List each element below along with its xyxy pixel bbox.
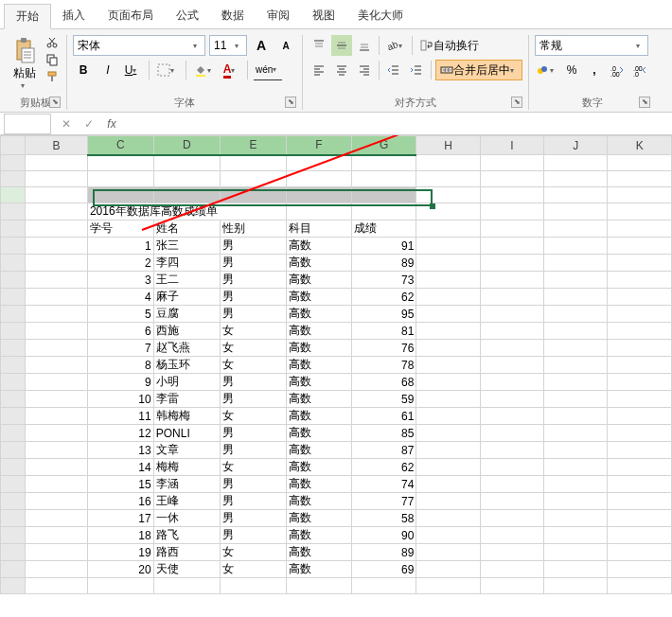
cell[interactable]: 高数 [287,408,352,425]
align-top-button[interactable] [309,35,329,56]
cell[interactable]: 西施 [153,323,220,340]
cancel-formula-button[interactable]: ✕ [55,114,78,134]
cell[interactable]: 62 [351,459,416,476]
cell[interactable]: 89 [351,544,416,561]
align-middle-button[interactable] [331,35,352,56]
currency-button[interactable]: ▾ [535,60,559,80]
cell[interactable]: 高数 [287,459,352,476]
row-header[interactable] [1,442,26,459]
decrease-indent-button[interactable] [383,60,404,80]
cell[interactable]: 赵飞燕 [153,340,220,357]
fx-button[interactable]: fx [100,114,123,134]
row-header[interactable] [1,238,26,255]
cell[interactable]: 李四 [153,255,220,272]
cell[interactable]: 天使 [153,561,220,578]
cell[interactable]: 73 [351,272,416,289]
cell[interactable]: 1 [87,238,153,255]
col-header[interactable]: D [153,136,220,155]
col-header[interactable]: C [87,136,153,155]
cell[interactable]: 女 [221,544,287,561]
grow-font-button[interactable]: A [251,35,272,56]
cell[interactable]: 11 [87,408,153,425]
cell[interactable]: 高数 [287,306,352,323]
phonetic-button[interactable]: wén▾ [254,60,282,80]
cell[interactable]: 女 [221,323,287,340]
cell[interactable]: 高数 [287,238,352,255]
row-header[interactable] [1,527,26,544]
cell[interactable]: 高数 [287,527,352,544]
increase-decimal-button[interactable]: .0.00 [607,60,628,80]
cell[interactable]: 高数 [287,425,352,442]
orientation-button[interactable]: ab▾ [383,35,408,56]
row-header[interactable] [1,391,26,408]
col-header[interactable]: E [221,136,287,155]
cell[interactable]: 77 [351,493,416,510]
select-all-corner[interactable] [1,136,26,155]
cell[interactable]: 男 [221,442,287,459]
cell[interactable]: 高数 [287,544,352,561]
cell[interactable]: 男 [221,238,287,255]
cell[interactable]: 2 [87,255,153,272]
row-header[interactable] [1,425,26,442]
row-header[interactable] [1,187,26,203]
cell[interactable]: 14 [87,459,153,476]
cell[interactable]: 韩梅梅 [153,408,220,425]
cell[interactable]: 69 [351,561,416,578]
row-header[interactable] [1,155,26,171]
row-header[interactable] [1,220,26,238]
number-launcher[interactable]: ⬊ [639,97,650,108]
cell[interactable]: 91 [351,238,416,255]
cell[interactable]: 90 [351,527,416,544]
spreadsheet-grid[interactable]: B C D E F G H I J K 2016年数据库高数成绩单 学号姓名性别… [0,135,672,594]
cell[interactable]: 男 [221,391,287,408]
cell[interactable]: 78 [351,357,416,374]
font-size-select[interactable]: 11▾ [209,35,247,56]
cell[interactable]: 男 [221,527,287,544]
cell[interactable]: 高数 [287,374,352,391]
cell[interactable]: 麻子 [153,289,220,306]
cell[interactable]: 10 [87,391,153,408]
row-header[interactable] [1,476,26,493]
row-header[interactable] [1,561,26,578]
tab-review[interactable]: 审阅 [256,4,301,28]
cell[interactable]: 5 [87,306,153,323]
row-header[interactable] [1,374,26,391]
cell[interactable]: 女 [221,357,287,374]
cell[interactable]: 文章 [153,442,220,459]
border-button[interactable]: ▾ [155,60,180,80]
row-header[interactable] [1,171,26,187]
row-header[interactable] [1,340,26,357]
cell[interactable]: 一休 [153,510,220,527]
row-header[interactable] [1,323,26,340]
cell[interactable]: 李雷 [153,391,220,408]
cell[interactable]: 81 [351,323,416,340]
row-header[interactable] [1,510,26,527]
format-painter-button[interactable] [44,69,61,84]
row-header[interactable] [1,544,26,561]
row-header[interactable] [1,459,26,476]
header-cell[interactable]: 性别 [221,220,287,238]
tab-view[interactable]: 视图 [301,4,346,28]
col-header[interactable]: H [416,136,481,155]
cell[interactable]: 高数 [287,391,352,408]
row-header[interactable] [1,306,26,323]
cell[interactable]: 张三 [153,238,220,255]
paste-button[interactable]: 粘贴 ▾ [9,35,40,92]
italic-button[interactable]: I [97,60,118,80]
tab-formula[interactable]: 公式 [165,4,210,28]
name-box[interactable] [4,114,51,134]
cell[interactable]: 高数 [287,510,352,527]
copy-button[interactable] [44,52,61,67]
cell[interactable]: 95 [351,306,416,323]
cell[interactable]: 17 [87,510,153,527]
alignment-launcher[interactable]: ⬊ [511,97,522,108]
cell[interactable]: 高数 [287,323,352,340]
cell[interactable]: 3 [87,272,153,289]
cell[interactable]: 6 [87,323,153,340]
cell[interactable]: 15 [87,476,153,493]
comma-button[interactable]: , [584,60,605,80]
cell[interactable]: 男 [221,425,287,442]
align-bottom-button[interactable] [354,35,375,56]
col-header[interactable]: F [287,136,352,155]
cell[interactable]: 女 [221,459,287,476]
